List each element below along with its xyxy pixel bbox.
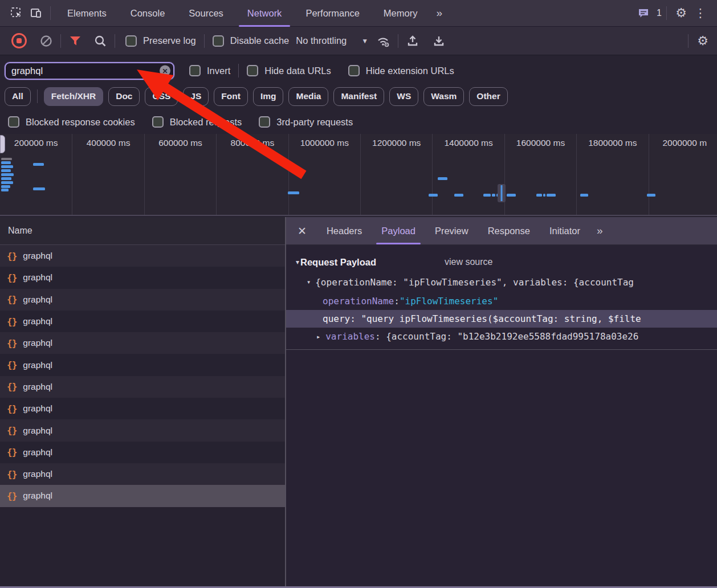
record-network-log-icon[interactable]: [9, 31, 28, 51]
search-icon[interactable]: [91, 31, 110, 51]
invert-checkbox[interactable]: Invert: [189, 65, 230, 76]
hide-data-urls-label: Hide data URLs: [264, 66, 331, 76]
clear-filter-icon[interactable]: ✕: [160, 66, 170, 76]
devtools-window: ElementsConsoleSourcesNetworkPerformance…: [0, 0, 717, 588]
checkbox-box[interactable]: [348, 65, 360, 76]
throttling-select[interactable]: No throttling ▼: [296, 35, 368, 46]
timeline-tick-label: 400000 ms: [72, 138, 144, 148]
timeline-column: 1000000 ms: [288, 134, 360, 215]
toolbar-divider: [50, 6, 51, 20]
payload-query-row-selected[interactable]: query: "query ipFlowTimeseries($accountT…: [286, 310, 717, 328]
hide-data-urls-checkbox[interactable]: Hide data URLs: [247, 65, 331, 76]
hide-extension-urls-checkbox[interactable]: Hide extension URLs: [348, 65, 454, 76]
detail-tab-preview[interactable]: Preview: [425, 217, 478, 244]
checkbox-box[interactable]: [8, 116, 19, 128]
type-chip-ws[interactable]: WS: [389, 87, 418, 106]
preserve-log-checkbox[interactable]: Preserve log: [125, 35, 196, 47]
request-row[interactable]: {}graphql: [0, 419, 285, 441]
clear-network-log-icon[interactable]: [36, 31, 56, 51]
type-chip-fetchxhr[interactable]: Fetch/XHR: [44, 87, 103, 106]
main-tabs: ElementsConsoleSourcesNetworkPerformance…: [55, 0, 429, 27]
type-chip-doc[interactable]: Doc: [108, 87, 140, 106]
detail-tab-headers[interactable]: Headers: [317, 217, 372, 244]
type-chip-wasm[interactable]: Wasm: [423, 87, 464, 106]
inspect-element-icon[interactable]: [7, 3, 26, 23]
request-row[interactable]: {}graphql: [0, 289, 285, 311]
request-row[interactable]: {}graphql: [0, 485, 285, 507]
request-row[interactable]: {}graphql: [0, 267, 285, 288]
request-row[interactable]: {}graphql: [0, 311, 285, 332]
messages-icon[interactable]: [634, 3, 653, 23]
detail-tab-initiator[interactable]: Initiator: [540, 217, 590, 244]
request-name-label: graphql: [23, 447, 52, 458]
type-chip-font[interactable]: Font: [214, 87, 248, 106]
json-braces-icon: {}: [7, 425, 17, 436]
request-type-chips: AllFetch/XHRDocCSSJSFontImgMediaManifest…: [0, 84, 717, 108]
device-toolbar-icon[interactable]: [26, 3, 46, 23]
view-source-link[interactable]: view source: [445, 257, 492, 267]
import-har-icon[interactable]: [403, 31, 422, 51]
main-tab-memory[interactable]: Memory: [372, 0, 430, 27]
type-chip-media[interactable]: Media: [288, 87, 328, 106]
request-row[interactable]: {}graphql: [0, 463, 285, 485]
filter-funnel-icon[interactable]: [66, 31, 85, 51]
main-tab-console[interactable]: Console: [119, 0, 177, 27]
detail-tab-payload[interactable]: Payload: [372, 217, 425, 244]
request-row[interactable]: {}graphql: [0, 332, 285, 354]
payload-root-row[interactable]: ▾ {operationName: "ipFlowTimeseries", va…: [286, 272, 717, 292]
timeline-scrubber[interactable]: [498, 184, 506, 202]
overview-drag-handle[interactable]: [0, 135, 5, 153]
request-row[interactable]: {}graphql: [0, 376, 285, 398]
network-conditions-icon[interactable]: [374, 31, 393, 51]
expand-triangle-icon[interactable]: ▸: [316, 333, 320, 341]
network-overview-timeline[interactable]: 200000 ms400000 ms600000 ms800000 ms1000…: [0, 134, 717, 216]
type-chip-manifest[interactable]: Manifest: [333, 87, 384, 106]
detail-tab-response[interactable]: Response: [478, 217, 540, 244]
filter-input[interactable]: graphql ✕: [5, 62, 174, 80]
main-tab-network[interactable]: Network: [235, 0, 294, 27]
expand-triangle-icon[interactable]: ▾: [307, 278, 311, 286]
collapse-triangle-icon[interactable]: ▾: [296, 258, 299, 266]
messages-count: 1: [657, 8, 662, 18]
checkbox-box[interactable]: [125, 35, 137, 47]
disable-cache-checkbox[interactable]: Disable cache: [213, 35, 290, 47]
type-chip-js[interactable]: JS: [183, 87, 209, 106]
checkbox-box[interactable]: [189, 65, 201, 76]
panel-split-divider[interactable]: [285, 217, 286, 588]
checkbox-box[interactable]: [259, 116, 270, 128]
request-row[interactable]: {}graphql: [0, 354, 285, 375]
payload-variables-row[interactable]: ▸ variables: {accountTag: "b12e3b2192ee5…: [286, 328, 717, 345]
checkbox-box[interactable]: [152, 116, 164, 128]
request-name-label: graphql: [23, 316, 52, 326]
type-chip-css[interactable]: CSS: [145, 87, 178, 106]
kebab-menu-icon[interactable]: ⋮: [691, 3, 710, 23]
close-detail-icon[interactable]: ✕: [286, 217, 317, 244]
blocked-requests-checkbox[interactable]: Blocked requests: [152, 116, 242, 128]
blocked-response-cookies-checkbox[interactable]: Blocked response cookies: [8, 116, 135, 128]
more-tabs-icon[interactable]: »: [429, 7, 448, 19]
more-detail-tabs-icon[interactable]: »: [590, 217, 609, 244]
main-tab-sources[interactable]: Sources: [177, 0, 235, 27]
checkbox-box[interactable]: [213, 35, 224, 47]
waterfall-bar: [1, 161, 11, 164]
payload-operation-name-row[interactable]: operationName: "ipFlowTimeseries": [286, 292, 717, 310]
3rd-party-requests-checkbox[interactable]: 3rd-party requests: [259, 116, 353, 128]
request-name-label: graphql: [23, 251, 52, 261]
devtools-main-toolbar: ElementsConsoleSourcesNetworkPerformance…: [0, 0, 717, 27]
type-chip-img[interactable]: Img: [253, 87, 284, 106]
network-settings-gear-icon[interactable]: ⚙: [693, 31, 712, 51]
export-har-icon[interactable]: [429, 31, 449, 51]
name-column-header[interactable]: Name: [0, 217, 285, 245]
type-chip-other[interactable]: Other: [469, 87, 507, 106]
type-chip-all[interactable]: All: [5, 87, 31, 106]
main-tab-elements[interactable]: Elements: [55, 0, 119, 27]
checkbox-box[interactable]: [247, 65, 258, 76]
settings-gear-icon[interactable]: ⚙: [671, 3, 691, 23]
timeline-tick-label: 1000000 ms: [289, 138, 360, 148]
request-row[interactable]: {}graphql: [0, 245, 285, 267]
request-row[interactable]: {}graphql: [0, 442, 285, 463]
waterfall-bar: [1, 185, 10, 188]
request-row[interactable]: {}graphql: [0, 398, 285, 419]
main-tab-performance[interactable]: Performance: [294, 0, 371, 27]
toolbar-divider: [666, 6, 667, 20]
